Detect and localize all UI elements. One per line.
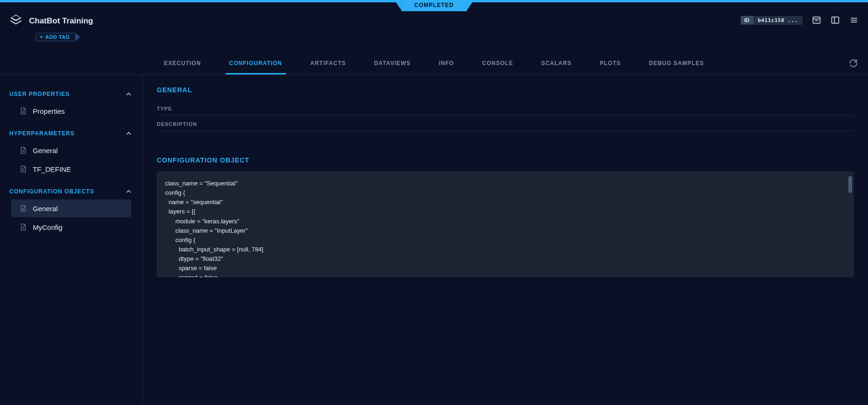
tabs-right bbox=[848, 58, 859, 70]
body-split: USER PROPERTIES Properties HYPERPARAMETE… bbox=[0, 75, 868, 405]
document-icon bbox=[19, 223, 27, 231]
sidebar-section-title: USER PROPERTIES bbox=[9, 91, 70, 97]
tabs: EXECUTION CONFIGURATION ARTIFACTS DATAVI… bbox=[0, 55, 868, 75]
tab-plots[interactable]: PLOTS bbox=[596, 55, 625, 74]
id-badge[interactable]: ID b411c158 ... bbox=[741, 16, 802, 25]
config-code-block[interactable]: class_name = "Sequential" config { name … bbox=[157, 171, 854, 277]
sidebar-item-label: TF_DEFINE bbox=[33, 165, 71, 173]
tab-debug-samples[interactable]: DEBUG SAMPLES bbox=[645, 55, 708, 74]
sidebar-item-hyper-general[interactable]: General bbox=[11, 141, 131, 159]
description-field: DESCRIPTION bbox=[157, 118, 854, 131]
sidebar-item-properties[interactable]: Properties bbox=[11, 102, 131, 120]
sidebar-section-title: CONFIGURATION OBJECTS bbox=[9, 188, 94, 195]
status-chip: COMPLETED bbox=[401, 0, 467, 11]
document-icon bbox=[19, 107, 27, 115]
document-icon bbox=[19, 204, 27, 213]
tab-artifacts[interactable]: ARTIFACTS bbox=[306, 55, 350, 74]
refresh-icon[interactable] bbox=[848, 58, 859, 68]
sidebar-item-label: Properties bbox=[33, 107, 65, 115]
brand-icon bbox=[9, 14, 22, 29]
sidebar-section-head-hyperparameters[interactable]: HYPERPARAMETERS bbox=[9, 126, 133, 140]
sidebar-item-label: General bbox=[33, 147, 58, 155]
add-tag-label: ADD TAG bbox=[45, 34, 70, 40]
layout-icon[interactable] bbox=[831, 15, 840, 25]
sidebar-section-config-objects: CONFIGURATION OBJECTS General MyConfig bbox=[0, 179, 142, 236]
tab-dataviews[interactable]: DATAVIEWS bbox=[370, 55, 414, 74]
sidebar: USER PROPERTIES Properties HYPERPARAMETE… bbox=[0, 75, 143, 405]
id-label: ID bbox=[741, 16, 753, 24]
type-field: TYPE bbox=[157, 102, 854, 116]
tab-console[interactable]: CONSOLE bbox=[478, 55, 517, 74]
sidebar-item-myconfig[interactable]: MyConfig bbox=[11, 218, 131, 236]
sidebar-item-label: MyConfig bbox=[33, 223, 62, 231]
sidebar-section-head-user-properties[interactable]: USER PROPERTIES bbox=[9, 87, 133, 101]
sidebar-section-hyperparameters: HYPERPARAMETERS General TF_DEFINE bbox=[0, 121, 142, 178]
svg-rect-3 bbox=[832, 17, 839, 23]
status-chip-wrap: COMPLETED bbox=[401, 0, 467, 11]
tab-execution[interactable]: EXECUTION bbox=[160, 55, 205, 74]
code-content: class_name = "Sequential" config { name … bbox=[165, 180, 263, 277]
type-label: TYPE bbox=[157, 106, 854, 111]
menu-icon[interactable] bbox=[849, 15, 859, 25]
config-object-heading: CONFIGURATION OBJECT bbox=[157, 156, 854, 164]
add-tag-button[interactable]: + ADD TAG bbox=[36, 33, 76, 41]
scrollbar-thumb[interactable] bbox=[848, 176, 852, 193]
tab-configuration[interactable]: CONFIGURATION bbox=[226, 55, 286, 74]
chevron-up-icon bbox=[124, 187, 133, 196]
sidebar-section-title: HYPERPARAMETERS bbox=[9, 130, 74, 137]
sidebar-item-tf-define[interactable]: TF_DEFINE bbox=[11, 160, 131, 178]
description-label: DESCRIPTION bbox=[157, 121, 854, 127]
chevron-up-icon bbox=[124, 90, 133, 98]
tab-scalars[interactable]: SCALARS bbox=[538, 55, 576, 74]
sidebar-item-label: General bbox=[33, 205, 58, 213]
header-right: ID b411c158 ... bbox=[741, 15, 859, 25]
id-value: b411c158 ... bbox=[753, 16, 802, 25]
chevron-up-icon bbox=[124, 129, 133, 138]
general-heading: GENERAL bbox=[157, 86, 854, 94]
sidebar-section-user-properties: USER PROPERTIES Properties bbox=[0, 81, 142, 120]
plus-icon: + bbox=[40, 34, 44, 40]
history-icon[interactable] bbox=[812, 15, 821, 25]
brand-title: ChatBot Training bbox=[29, 16, 93, 26]
brand: ChatBot Training bbox=[9, 14, 93, 29]
document-icon bbox=[19, 165, 27, 173]
sidebar-item-config-general[interactable]: General bbox=[11, 199, 131, 217]
sidebar-section-head-config-objects[interactable]: CONFIGURATION OBJECTS bbox=[9, 184, 133, 199]
tag-row: + ADD TAG bbox=[36, 32, 93, 41]
tab-info[interactable]: INFO bbox=[435, 55, 458, 74]
main-content: GENERAL TYPE DESCRIPTION CONFIGURATION O… bbox=[143, 75, 868, 405]
document-icon bbox=[19, 146, 27, 155]
